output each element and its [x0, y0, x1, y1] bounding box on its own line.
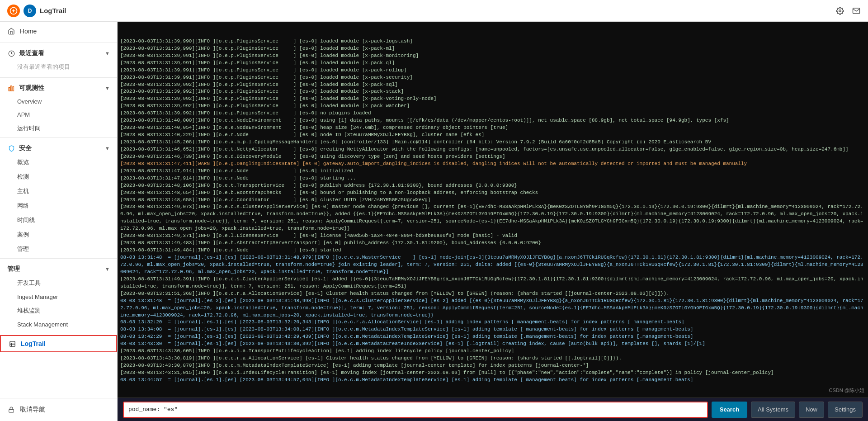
sidebar-item-overview[interactable]: Overview: [0, 95, 117, 108]
sidebar-item-timeline[interactable]: 时间线: [0, 213, 117, 227]
admin-chevron: ▼: [105, 266, 110, 272]
sidebar-item-network[interactable]: 网络: [0, 199, 117, 213]
log-line: [2023-08-03T13:31:39,991][INFO ][o.e.p.P…: [120, 60, 865, 67]
recently-viewed-chevron: ▼: [105, 51, 110, 56]
sidebar-item-cases[interactable]: 案例: [0, 227, 117, 242]
search-bar: Search All Systems Now Settings: [118, 397, 868, 421]
svg-rect-3: [9, 87, 10, 91]
log-line: [2023-08-03T13:31:40,054][INFO ][o.e.e.N…: [120, 124, 865, 132]
sidebar-item-home[interactable]: Home: [0, 24, 117, 39]
svg-rect-10: [9, 409, 14, 412]
log-line: 08-03 13:31:48 = [journal].[es-1].[es] […: [120, 254, 865, 276]
observability-header[interactable]: 可观测性 ▼: [0, 80, 117, 95]
log-line: 08-03 13:42:29 = [journal].[es-1].[es] […: [120, 333, 865, 341]
observability-label: 可观测性: [19, 84, 44, 92]
log-line: [2023-08-03T13:31:46,652][INFO ][o.e.t.N…: [120, 146, 865, 153]
sidebar-item-runtime[interactable]: 运行时间: [0, 121, 117, 136]
log-line: [2023-08-03T13:31:47,914][INFO ][o.e.n.N…: [120, 175, 865, 182]
admin-header[interactable]: 管理 ▼: [0, 260, 117, 276]
log-line: [2023-08-03T13:31:49,371][INFO ][o.e.l.L…: [120, 232, 865, 240]
svg-rect-6: [9, 341, 14, 346]
log-line: [2023-08-03T13:31:47,411][WARN ][o.e.g.D…: [120, 161, 865, 168]
recently-viewed-label: 最近查看: [19, 49, 44, 57]
top-nav-icons: [835, 6, 861, 15]
security-chevron: ▼: [105, 146, 110, 151]
user-avatar[interactable]: D: [24, 5, 36, 17]
sidebar-item-manage[interactable]: 管理: [0, 242, 117, 256]
security-label: 安全: [19, 144, 32, 152]
svg-rect-4: [10, 85, 12, 90]
log-line: [2023-08-03T13:31:49,073][INFO ][o.e.c.s…: [120, 203, 865, 232]
log-line: [2023-08-03T13:31:39,990][INFO ][o.e.p.P…: [120, 38, 865, 45]
settings-button[interactable]: Settings: [828, 402, 863, 418]
divider-5: [0, 333, 117, 333]
now-button[interactable]: Now: [799, 402, 824, 418]
log-line: [2023-08-03T13:43:30,870][INFO ][o.e.c.m…: [120, 362, 865, 369]
log-line: 08-03 13:43:30 = [journal].[es-1].[es] […: [120, 341, 865, 348]
log-line: [2023-08-03T13:31:39,991][INFO ][o.e.p.P…: [120, 74, 865, 81]
observability-icon: [7, 84, 15, 92]
sidebar-item-ingest-manager[interactable]: Ingest Manager: [0, 290, 117, 303]
log-line: [2023-08-03T13:31:49,484][INFO ][o.e.n.N…: [120, 247, 865, 254]
log-line: [2023-08-03T13:31:40,229][INFO ][o.e.n.N…: [120, 132, 865, 139]
log-line: [2023-08-03T13:31:39,992][INFO ][o.e.p.P…: [120, 103, 865, 110]
log-line: [2023-08-03T13:31:39,992][INFO ][o.e.p.P…: [120, 81, 865, 89]
settings-icon[interactable]: [835, 6, 844, 15]
main-content: [2023-08-03T13:31:39,990][INFO ][o.e.p.P…: [118, 22, 868, 421]
observability-chevron: ▼: [105, 85, 110, 91]
log-line: [2023-08-03T13:43:30,819][INFO ][o.e.c.r…: [120, 355, 865, 362]
sidebar-item-stack-monitor[interactable]: 堆栈监测: [0, 303, 117, 318]
log-line: [2023-08-03T13:31:39,990][INFO ][o.e.p.P…: [120, 45, 865, 52]
divider-1: [0, 43, 117, 43]
log-line: 08-03 13:44:57 = [journal].[es-1].[es] […: [120, 377, 865, 384]
log-line: [2023-08-03T13:31:51,368][INFO ][o.e.c.r…: [120, 290, 865, 298]
log-line: [2023-08-03T13:43:30,605][INFO ][o.e.x.i…: [120, 348, 865, 355]
sidebar-item-host[interactable]: 主机: [0, 184, 117, 199]
log-line: 08-03 13:34:08 = [journal].[es-1].[es] […: [120, 326, 865, 333]
log-line: [2023-08-03T13:31:39,992][INFO ][o.e.p.P…: [120, 88, 865, 95]
top-nav: D LogTrail: [0, 0, 868, 22]
search-input[interactable]: [128, 406, 703, 413]
log-line: [2023-08-03T13:31:39,991][INFO ][o.e.p.P…: [120, 52, 865, 60]
log-line: [2023-08-03T13:31:45,208][INFO ][o.e.x.m…: [120, 139, 865, 146]
log-line: [2023-08-03T13:31:48,106][INFO ][o.e.t.T…: [120, 182, 865, 189]
sidebar-item-overview2[interactable]: 概览: [0, 155, 117, 170]
security-icon: [7, 144, 15, 152]
sidebar-item-apm[interactable]: APM: [0, 108, 117, 121]
sidebar-item-devtools[interactable]: 开发工具: [0, 276, 117, 290]
sidebar-home-section: Home: [0, 22, 117, 41]
svg-rect-5: [13, 86, 14, 90]
sidebar-item-stack-management[interactable]: Stack Management: [0, 318, 117, 331]
security-header[interactable]: 安全 ▼: [0, 140, 117, 155]
log-line: [2023-08-03T13:31:39,992][INFO ][o.e.p.P…: [120, 110, 865, 117]
logtrail-label: LogTrail: [21, 340, 45, 347]
log-line: [2023-08-03T13:31:48,658][INFO ][o.e.c.C…: [120, 197, 865, 204]
log-line: [2023-08-03T13:31:40,000][INFO ][o.e.e.N…: [120, 117, 865, 124]
home-icon: [7, 27, 15, 35]
divider-3: [0, 137, 117, 138]
search-button[interactable]: Search: [712, 402, 747, 418]
logtrail-icon: [8, 340, 16, 348]
sidebar-item-cancel-nav[interactable]: 取消导航: [0, 402, 117, 417]
log-terminal[interactable]: [2023-08-03T13:31:39,990][INFO ][o.e.p.P…: [118, 22, 868, 397]
log-line: [2023-08-03T13:31:39,991][INFO ][o.e.p.P…: [120, 67, 865, 74]
sidebar-item-logtrail[interactable]: LogTrail: [0, 335, 117, 352]
home-label: Home: [20, 28, 37, 35]
log-line: [2023-08-03T13:31:46,739][INFO ][o.e.d.D…: [120, 153, 865, 161]
search-input-wrap: [123, 402, 708, 418]
divider-2: [0, 77, 117, 78]
lock-icon: [7, 406, 15, 414]
mail-icon[interactable]: [852, 6, 861, 15]
log-line: 08-03 13:31:48 = [journal].[es-2].[es] […: [120, 298, 865, 319]
cancel-nav-label: 取消导航: [20, 406, 45, 414]
log-line: [2023-08-03T13:43:31,015][INFO ][o.e.x.i…: [120, 369, 865, 377]
log-line: [2023-08-03T13:31:48,654][INFO ][o.e.b.B…: [120, 189, 865, 197]
app-title: LogTrail: [40, 7, 835, 14]
sidebar-item-detection[interactable]: 检测: [0, 170, 117, 184]
all-systems-button[interactable]: All Systems: [751, 402, 795, 418]
no-recent-text: 没有最近查看的项目: [0, 60, 117, 76]
sidebar-bottom: 取消导航: [0, 398, 117, 421]
clock-icon: [7, 49, 15, 57]
recently-viewed-header[interactable]: 最近查看 ▼: [0, 45, 117, 60]
admin-label: 管理: [7, 265, 20, 273]
